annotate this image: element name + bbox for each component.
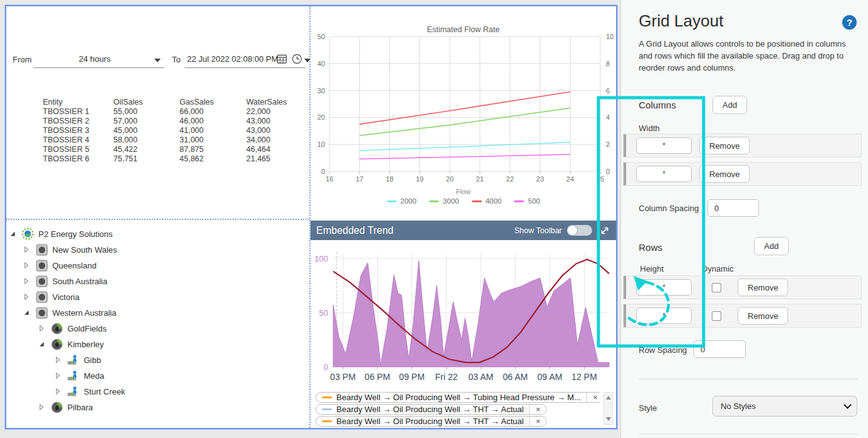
state-icon — [35, 243, 48, 256]
help-icon[interactable]: ? — [842, 15, 857, 30]
row-height-input[interactable]: * — [636, 308, 692, 324]
svg-text:18: 18 — [385, 175, 393, 183]
scroll-up-icon[interactable] — [606, 396, 611, 400]
remove-row-button[interactable]: Remove — [738, 279, 788, 296]
table-column-header: GasSales — [180, 98, 246, 107]
tree-item-queensland[interactable]: Queensland — [23, 258, 96, 272]
drag-handle[interactable] — [624, 134, 626, 157]
table-row: TBOSSIER 345,00041,00043,000 — [43, 126, 287, 135]
well-icon — [67, 354, 79, 366]
to-datetime-field[interactable]: 22 Jul 2022 02:08:00 PM — [185, 52, 306, 68]
from-dropdown[interactable]: 24 hours — [33, 52, 164, 68]
trend-chart-plot: 05010003 PM06 PM09 PMFri 2203 AM06 AM09 … — [311, 243, 616, 391]
svg-text:09 PM: 09 PM — [399, 372, 425, 382]
column-spacing-input[interactable]: 0 — [707, 199, 759, 217]
chips-scrollbar[interactable] — [603, 392, 613, 425]
row-height-input[interactable]: * — [636, 279, 692, 296]
table-cell: 31,000 — [180, 135, 246, 145]
trend-series-chip[interactable]: Beardy Well → Oil Producing Well → THT →… — [316, 404, 547, 415]
legend-label: 4000 — [486, 197, 502, 205]
chip-close-icon[interactable]: × — [529, 405, 540, 414]
svg-text:12 PM: 12 PM — [571, 372, 597, 382]
drag-handle[interactable] — [624, 276, 626, 299]
add-column-button[interactable]: Add — [712, 96, 747, 114]
grid-definition-row[interactable]: *Remove — [623, 134, 862, 158]
calendar-icon[interactable] — [277, 54, 287, 66]
trend-series-chip[interactable]: Beardy Well → Oil Producing Well → THT →… — [316, 416, 547, 427]
scroll-down-icon[interactable] — [606, 417, 611, 421]
expand-icon[interactable] — [23, 262, 30, 268]
table-cell: 43,000 — [246, 126, 287, 135]
legend-item-500[interactable]: 500 — [514, 197, 540, 205]
drag-handle[interactable] — [624, 163, 626, 185]
column-width-input[interactable]: * — [636, 137, 692, 154]
svg-text:0: 0 — [606, 168, 610, 175]
grid-definition-row[interactable]: *Remove — [623, 162, 862, 186]
flow-rate-panel: Estimated Flow Rate 01020304050024681016… — [311, 6, 616, 220]
svg-text:10: 10 — [606, 33, 614, 40]
to-value: 22 Jul 2022 02:08:00 PM — [187, 54, 278, 64]
expand-icon[interactable] — [38, 404, 45, 410]
svg-text:50: 50 — [319, 308, 328, 318]
remove-row-button[interactable]: Remove — [738, 307, 788, 325]
chip-close-icon[interactable]: × — [586, 393, 598, 402]
tree-item-sturt-creek[interactable]: Sturt Creek — [54, 384, 125, 398]
expand-icon[interactable] — [23, 294, 30, 300]
flow-chart-legend: 200030004000500 — [311, 197, 616, 205]
tree-item-p2-energy-solutions[interactable]: P2 Energy Solutions — [9, 227, 113, 241]
row-spacing-input[interactable]: 0 — [694, 340, 746, 358]
svg-text:06 PM: 06 PM — [365, 372, 390, 382]
style-select-value: No Styles — [721, 401, 756, 411]
dynamic-checkbox[interactable] — [712, 311, 721, 321]
expand-icon[interactable] — [23, 246, 30, 253]
expand-icon[interactable] — [54, 357, 62, 363]
svg-text:6: 6 — [606, 87, 610, 95]
remove-column-button[interactable]: Remove — [699, 165, 750, 183]
show-toolbar-toggle[interactable] — [567, 225, 592, 236]
dynamic-checkbox[interactable] — [712, 283, 721, 292]
tree-item-meda[interactable]: Meda — [54, 369, 105, 383]
legend-item-4000[interactable]: 4000 — [472, 197, 502, 205]
to-caret-icon[interactable] — [304, 59, 311, 62]
legend-item-2000[interactable]: 2000 — [387, 197, 417, 205]
tree-item-goldfields[interactable]: GoldFields — [38, 321, 106, 335]
tree-item-new-south-wales[interactable]: New South Wales — [23, 243, 117, 256]
field-icon — [50, 338, 63, 350]
style-select[interactable]: No Styles — [712, 396, 857, 417]
expand-icon[interactable] — [600, 226, 610, 236]
svg-text:20: 20 — [317, 113, 325, 121]
columns-heading: Columns — [639, 100, 676, 110]
legend-label: 500 — [528, 197, 540, 205]
table-cell: TBOSSIER 5 — [43, 145, 113, 154]
add-row-button[interactable]: Add — [754, 237, 789, 255]
column-width-input[interactable]: * — [636, 166, 692, 182]
tree-item-pilbara[interactable]: Pilbara — [38, 400, 93, 414]
tree-item-victoria[interactable]: Victoria — [23, 290, 79, 304]
collapse-icon[interactable] — [9, 231, 16, 237]
tree-item-label: Queensland — [52, 261, 96, 270]
svg-text:2: 2 — [606, 141, 610, 148]
grid-definition-row[interactable]: *Remove — [623, 275, 862, 299]
chip-close-icon[interactable]: × — [529, 417, 540, 426]
legend-label: 3000 — [443, 197, 459, 205]
clock-icon[interactable] — [292, 54, 302, 66]
trend-series-chip[interactable]: Beardy Well → Oil Producing Well → Tubin… — [316, 392, 600, 403]
tree-item-kimberley[interactable]: Kimberley — [38, 337, 104, 351]
tree-item-south-australia[interactable]: South Australia — [23, 274, 107, 288]
remove-column-button[interactable]: Remove — [699, 137, 750, 154]
collapse-icon[interactable] — [38, 341, 45, 347]
table-cell: 45,422 — [113, 145, 180, 154]
from-caret-icon[interactable] — [154, 59, 161, 62]
expand-icon[interactable] — [23, 278, 30, 284]
tree-item-gibb[interactable]: Gibb — [54, 353, 101, 367]
tree-item-western-australia[interactable]: Western Australia — [23, 306, 117, 320]
expand-icon[interactable] — [54, 388, 62, 395]
expand-icon[interactable] — [54, 372, 62, 379]
drag-handle[interactable] — [624, 304, 626, 327]
collapse-icon[interactable] — [23, 309, 30, 316]
grid-definition-row[interactable]: *Remove — [623, 304, 862, 328]
svg-text:30: 30 — [317, 87, 325, 95]
legend-item-3000[interactable]: 3000 — [429, 197, 459, 205]
expand-icon[interactable] — [38, 325, 45, 331]
table-column-header: Entity — [43, 98, 113, 107]
